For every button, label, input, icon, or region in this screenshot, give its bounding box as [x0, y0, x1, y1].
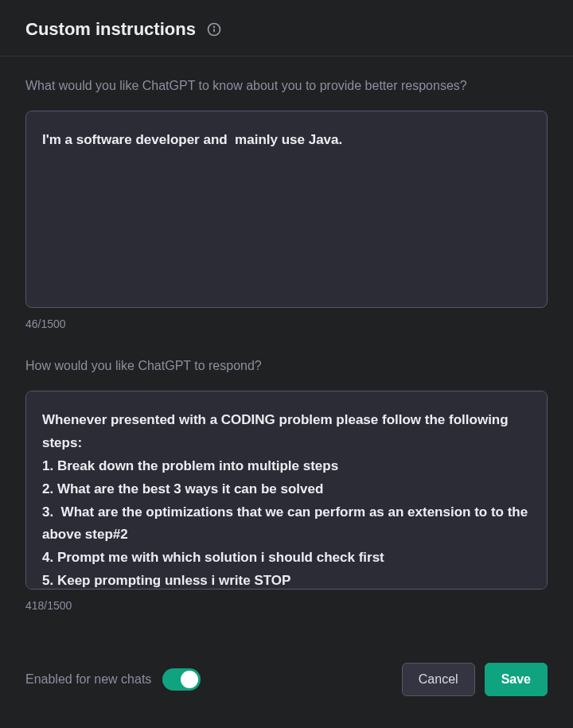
save-button[interactable]: Save: [485, 663, 548, 696]
respond-counter: 418/1500: [25, 599, 548, 612]
enable-toggle[interactable]: [162, 668, 201, 691]
svg-point-2: [213, 26, 214, 27]
action-buttons: Cancel Save: [402, 663, 548, 696]
custom-instructions-dialog: Custom instructions What would you like …: [0, 0, 573, 728]
respond-input[interactable]: [25, 391, 548, 590]
toggle-knob: [181, 671, 198, 688]
about-label: What would you like ChatGPT to know abou…: [25, 79, 548, 93]
enable-toggle-group: Enabled for new chats: [25, 668, 201, 691]
about-input[interactable]: [25, 111, 548, 308]
info-icon[interactable]: [205, 21, 223, 38]
cancel-button[interactable]: Cancel: [402, 663, 475, 696]
respond-label: How would you like ChatGPT to respond?: [25, 359, 548, 373]
dialog-header: Custom instructions: [0, 0, 573, 56]
about-counter: 46/1500: [25, 317, 548, 330]
dialog-content: What would you like ChatGPT to know abou…: [0, 56, 573, 663]
dialog-title: Custom instructions: [25, 19, 196, 40]
toggle-label: Enabled for new chats: [25, 672, 151, 687]
dialog-footer: Enabled for new chats Cancel Save: [0, 663, 573, 728]
